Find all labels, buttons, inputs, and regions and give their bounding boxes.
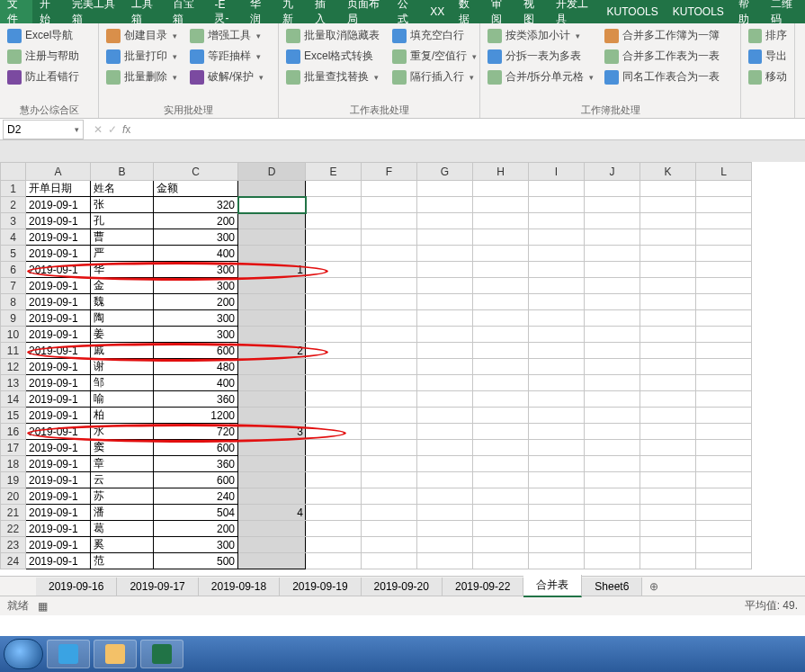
spreadsheet-grid[interactable]: ABCDEFGHIJKL1开单日期姓名金额22019-09-1张32032019… bbox=[0, 162, 805, 576]
cell[interactable] bbox=[640, 391, 696, 408]
cell[interactable]: 3 bbox=[238, 424, 306, 440]
cell[interactable] bbox=[696, 327, 752, 343]
cell[interactable]: 400 bbox=[154, 375, 238, 391]
cell[interactable] bbox=[585, 310, 640, 327]
cell[interactable]: 2019-09-1 bbox=[26, 456, 91, 472]
tab-19[interactable]: 二维码 bbox=[764, 0, 805, 23]
cell[interactable]: 开单日期 bbox=[26, 181, 91, 197]
cell[interactable] bbox=[306, 278, 362, 294]
cell[interactable] bbox=[529, 440, 585, 456]
cell[interactable] bbox=[362, 472, 417, 488]
cell[interactable] bbox=[238, 408, 306, 424]
cell[interactable] bbox=[473, 537, 529, 553]
cell[interactable] bbox=[585, 262, 640, 278]
cell[interactable] bbox=[417, 391, 473, 408]
cell[interactable] bbox=[306, 408, 362, 424]
cell[interactable] bbox=[473, 440, 529, 456]
cell[interactable] bbox=[306, 472, 362, 488]
row-header[interactable]: 22 bbox=[1, 521, 26, 537]
cell[interactable]: 320 bbox=[154, 197, 238, 213]
cell[interactable]: 2019-09-1 bbox=[26, 553, 91, 569]
cell[interactable]: 云 bbox=[91, 472, 154, 488]
cell[interactable]: 200 bbox=[154, 213, 238, 229]
cell[interactable] bbox=[362, 262, 417, 278]
cell[interactable]: 孔 bbox=[91, 213, 154, 229]
rbtn-dup-blank[interactable]: 重复/空值行▾ bbox=[390, 47, 479, 66]
cell[interactable]: 360 bbox=[154, 456, 238, 472]
cell[interactable] bbox=[585, 197, 640, 213]
cell[interactable] bbox=[696, 553, 752, 569]
cell[interactable] bbox=[306, 521, 362, 537]
col-header-C[interactable]: C bbox=[154, 163, 238, 181]
tab-4[interactable]: 百宝箱 bbox=[165, 0, 207, 23]
cell[interactable]: 2019-09-1 bbox=[26, 359, 91, 375]
cell[interactable] bbox=[417, 262, 473, 278]
cell[interactable] bbox=[238, 537, 306, 553]
cell[interactable] bbox=[585, 440, 640, 456]
sheet-tab[interactable]: 2019-09-16 bbox=[36, 578, 117, 596]
cell[interactable]: 邹 bbox=[91, 375, 154, 391]
cell[interactable] bbox=[417, 408, 473, 424]
rbtn-merge-sheets[interactable]: 合并多工作表为一表 bbox=[603, 47, 721, 66]
row-header[interactable]: 23 bbox=[1, 537, 26, 553]
sheet-tab[interactable]: 2019-09-17 bbox=[117, 578, 198, 596]
cell[interactable] bbox=[529, 310, 585, 327]
cell[interactable] bbox=[696, 375, 752, 391]
sheet-tab[interactable]: Sheet6 bbox=[582, 578, 642, 596]
row-header[interactable]: 20 bbox=[1, 488, 26, 505]
cell[interactable] bbox=[362, 553, 417, 569]
add-sheet-button[interactable]: ⊕ bbox=[642, 578, 666, 596]
task-explorer[interactable] bbox=[94, 640, 137, 668]
cell[interactable] bbox=[362, 537, 417, 553]
cell[interactable]: 200 bbox=[154, 294, 238, 310]
rbtn-crack[interactable]: 破解/保护▾ bbox=[188, 67, 265, 86]
cell[interactable] bbox=[640, 327, 696, 343]
cell[interactable] bbox=[306, 343, 362, 359]
cell[interactable] bbox=[696, 505, 752, 521]
cell[interactable] bbox=[417, 537, 473, 553]
cell[interactable] bbox=[473, 229, 529, 246]
tab-13[interactable]: 审阅 bbox=[484, 0, 516, 23]
cancel-btn[interactable]: ✕ bbox=[94, 123, 103, 136]
row-header[interactable]: 1 bbox=[1, 181, 26, 197]
cell[interactable] bbox=[529, 197, 585, 213]
cell[interactable]: 张 bbox=[91, 197, 154, 213]
cell[interactable]: 504 bbox=[154, 505, 238, 521]
cell[interactable] bbox=[473, 246, 529, 262]
cell[interactable] bbox=[417, 294, 473, 310]
cell[interactable] bbox=[696, 246, 752, 262]
cell[interactable] bbox=[696, 472, 752, 488]
tab-15[interactable]: 开发工具 bbox=[549, 0, 599, 23]
cell[interactable]: 谢 bbox=[91, 359, 154, 375]
cell[interactable] bbox=[640, 310, 696, 327]
cell[interactable] bbox=[362, 181, 417, 197]
cell[interactable] bbox=[473, 375, 529, 391]
cell[interactable] bbox=[238, 310, 306, 327]
cell[interactable] bbox=[417, 456, 473, 472]
cell[interactable] bbox=[362, 408, 417, 424]
rbtn-replace[interactable]: 批量查找替换▾ bbox=[284, 67, 381, 86]
confirm-btn[interactable]: ✓ bbox=[108, 123, 117, 136]
cell[interactable] bbox=[473, 343, 529, 359]
cell[interactable] bbox=[585, 278, 640, 294]
cell[interactable] bbox=[417, 553, 473, 569]
tab-9[interactable]: 页面布局 bbox=[340, 0, 390, 23]
cell[interactable] bbox=[362, 246, 417, 262]
accessibility-icon[interactable]: ▦ bbox=[38, 600, 48, 613]
cell[interactable] bbox=[585, 505, 640, 521]
cell[interactable]: 300 bbox=[154, 327, 238, 343]
cell[interactable] bbox=[696, 278, 752, 294]
cell[interactable] bbox=[473, 505, 529, 521]
cell[interactable] bbox=[362, 343, 417, 359]
cell[interactable]: 300 bbox=[154, 278, 238, 294]
col-header-H[interactable]: H bbox=[473, 163, 529, 181]
cell[interactable]: 2019-09-1 bbox=[26, 408, 91, 424]
cell[interactable] bbox=[640, 213, 696, 229]
cell[interactable] bbox=[473, 181, 529, 197]
cell[interactable] bbox=[640, 181, 696, 197]
cell[interactable] bbox=[585, 359, 640, 375]
row-header[interactable]: 18 bbox=[1, 456, 26, 472]
cell[interactable] bbox=[306, 327, 362, 343]
cell[interactable] bbox=[529, 505, 585, 521]
cell[interactable]: 500 bbox=[154, 553, 238, 569]
